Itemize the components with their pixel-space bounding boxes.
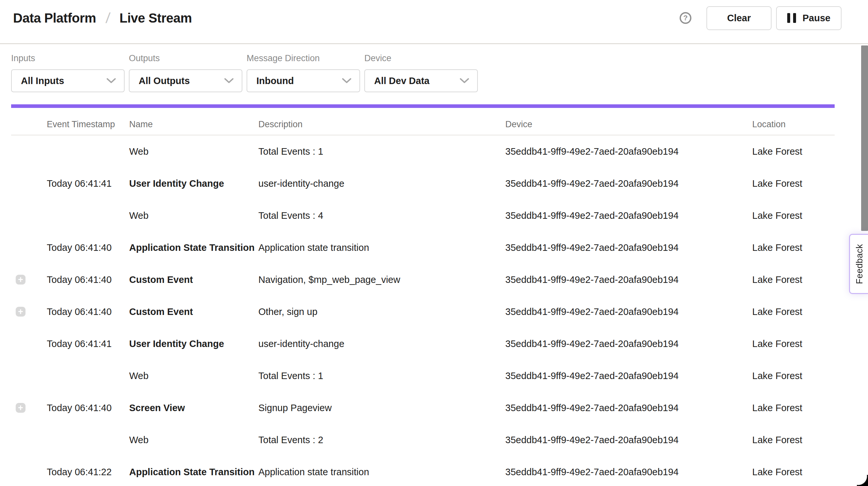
- breadcrumb: Data Platform / Live Stream: [13, 10, 192, 26]
- event-device: 35eddb41-9ff9-49e2-7aed-20afa90eb194: [505, 274, 752, 285]
- event-description: Navigation, $mp_web_page_view: [258, 274, 505, 285]
- column-event-timestamp: Event Timestamp: [47, 119, 129, 129]
- filter-message-direction: Message Direction Inbound: [247, 53, 360, 92]
- event-location: Lake Forest: [752, 403, 835, 414]
- feedback-tab-label: Feedback: [855, 244, 865, 284]
- filter-message-direction-label: Message Direction: [247, 53, 360, 63]
- device-dropdown-value: All Dev Data: [374, 75, 429, 86]
- filter-inputs: Inputs All Inputs: [11, 53, 125, 92]
- table-row[interactable]: + Today 06:41:41 User Identity Change us…: [11, 168, 835, 200]
- event-device: 35eddb41-9ff9-49e2-7aed-20afa90eb194: [505, 210, 752, 221]
- expand-row-button[interactable]: +: [16, 275, 26, 284]
- inputs-dropdown[interactable]: All Inputs: [11, 69, 125, 92]
- event-name: Screen View: [129, 403, 258, 414]
- column-description: Description: [258, 119, 505, 129]
- event-location: Lake Forest: [752, 467, 835, 478]
- table-row[interactable]: + Today 06:41:22 Application State Trans…: [11, 456, 835, 486]
- window-corner: [857, 475, 868, 486]
- help-icon[interactable]: ?: [680, 12, 691, 24]
- table-row[interactable]: + Web Total Events : 1 35eddb41-9ff9-49e…: [11, 135, 835, 168]
- pause-icon: [787, 13, 796, 23]
- event-timestamp: Today 06:41:40: [47, 242, 129, 253]
- feedback-tab[interactable]: Feedback: [849, 234, 868, 294]
- filter-inputs-label: Inputs: [11, 53, 125, 63]
- event-device: 35eddb41-9ff9-49e2-7aed-20afa90eb194: [505, 435, 752, 446]
- accent-divider: [11, 104, 835, 108]
- event-description: Application state transition: [258, 242, 505, 253]
- event-location: Lake Forest: [752, 435, 835, 446]
- event-name: Web: [129, 370, 258, 381]
- event-description: Application state transition: [258, 467, 505, 478]
- expand-row-button[interactable]: +: [16, 307, 26, 316]
- event-timestamp: Today 06:41:40: [47, 306, 129, 317]
- event-location: Lake Forest: [752, 274, 835, 285]
- event-timestamp: Today 06:41:40: [47, 274, 129, 285]
- event-device: 35eddb41-9ff9-49e2-7aed-20afa90eb194: [505, 467, 752, 478]
- filter-outputs: Outputs All Outputs: [129, 53, 242, 92]
- filter-device: Device All Dev Data: [364, 53, 478, 92]
- event-device: 35eddb41-9ff9-49e2-7aed-20afa90eb194: [505, 146, 752, 157]
- event-timestamp: Today 06:41:41: [47, 338, 129, 349]
- event-location: Lake Forest: [752, 242, 835, 253]
- pause-button[interactable]: Pause: [776, 6, 841, 30]
- event-timestamp: Today 06:41:40: [47, 403, 129, 414]
- expand-row-button[interactable]: +: [16, 403, 26, 413]
- event-device: 35eddb41-9ff9-49e2-7aed-20afa90eb194: [505, 242, 752, 253]
- event-description: Total Events : 1: [258, 370, 505, 381]
- inputs-dropdown-value: All Inputs: [21, 75, 64, 86]
- event-description: Other, sign up: [258, 306, 505, 317]
- table-row[interactable]: + Today 06:41:40 Screen View Signup Page…: [11, 392, 835, 424]
- event-timestamp: Today 06:41:41: [47, 178, 129, 189]
- live-stream-table: Event Timestamp Name Description Device …: [11, 108, 835, 486]
- event-name: Web: [129, 146, 258, 157]
- event-name: User Identity Change: [129, 338, 258, 349]
- outputs-dropdown-value: All Outputs: [139, 75, 190, 86]
- event-name: Application State Transition: [129, 467, 258, 478]
- event-description: Signup Pageview: [258, 403, 505, 414]
- event-description: Total Events : 2: [258, 435, 505, 446]
- event-location: Lake Forest: [752, 370, 835, 381]
- table-row[interactable]: + Today 06:41:40 Custom Event Navigation…: [11, 264, 835, 296]
- event-description: Total Events : 1: [258, 146, 505, 157]
- page-title: Live Stream: [119, 11, 192, 26]
- event-device: 35eddb41-9ff9-49e2-7aed-20afa90eb194: [505, 306, 752, 317]
- filter-outputs-label: Outputs: [129, 53, 242, 63]
- table-row[interactable]: + Today 06:41:40 Custom Event Other, sig…: [11, 296, 835, 328]
- filter-device-label: Device: [364, 53, 478, 63]
- column-location: Location: [752, 119, 835, 129]
- event-location: Lake Forest: [752, 306, 835, 317]
- message-direction-dropdown[interactable]: Inbound: [247, 69, 360, 92]
- outputs-dropdown[interactable]: All Outputs: [129, 69, 242, 92]
- event-location: Lake Forest: [752, 178, 835, 189]
- event-location: Lake Forest: [752, 210, 835, 221]
- event-location: Lake Forest: [752, 338, 835, 349]
- table-row[interactable]: + Web Total Events : 2 35eddb41-9ff9-49e…: [11, 424, 835, 456]
- event-name: Application State Transition: [129, 242, 258, 253]
- event-name: Web: [129, 435, 258, 446]
- event-name: Custom Event: [129, 306, 258, 317]
- filter-bar: Inputs All Inputs Outputs All Outputs Me…: [0, 44, 868, 92]
- clear-button[interactable]: Clear: [707, 6, 772, 30]
- table-row[interactable]: + Today 06:41:40 Application State Trans…: [11, 232, 835, 264]
- breadcrumb-parent[interactable]: Data Platform: [13, 11, 96, 26]
- chevron-down-icon: [460, 78, 469, 84]
- table-row[interactable]: + Today 06:41:41 User Identity Change us…: [11, 328, 835, 360]
- table-row[interactable]: + Web Total Events : 1 35eddb41-9ff9-49e…: [11, 360, 835, 392]
- table-header: Event Timestamp Name Description Device …: [11, 108, 835, 135]
- event-device: 35eddb41-9ff9-49e2-7aed-20afa90eb194: [505, 178, 752, 189]
- event-description: user-identity-change: [258, 178, 505, 189]
- event-description: Total Events : 4: [258, 210, 505, 221]
- clear-button-label: Clear: [727, 13, 751, 24]
- chevron-down-icon: [224, 78, 234, 84]
- event-timestamp: Today 06:41:22: [47, 467, 129, 478]
- vertical-scrollbar[interactable]: [861, 45, 868, 231]
- chevron-down-icon: [342, 78, 351, 84]
- event-name: User Identity Change: [129, 178, 258, 189]
- device-dropdown[interactable]: All Dev Data: [364, 69, 478, 92]
- pause-button-label: Pause: [803, 13, 830, 24]
- message-direction-dropdown-value: Inbound: [256, 75, 294, 86]
- event-name: Web: [129, 210, 258, 221]
- event-device: 35eddb41-9ff9-49e2-7aed-20afa90eb194: [505, 338, 752, 349]
- table-row[interactable]: + Web Total Events : 4 35eddb41-9ff9-49e…: [11, 200, 835, 232]
- event-location: Lake Forest: [752, 146, 835, 157]
